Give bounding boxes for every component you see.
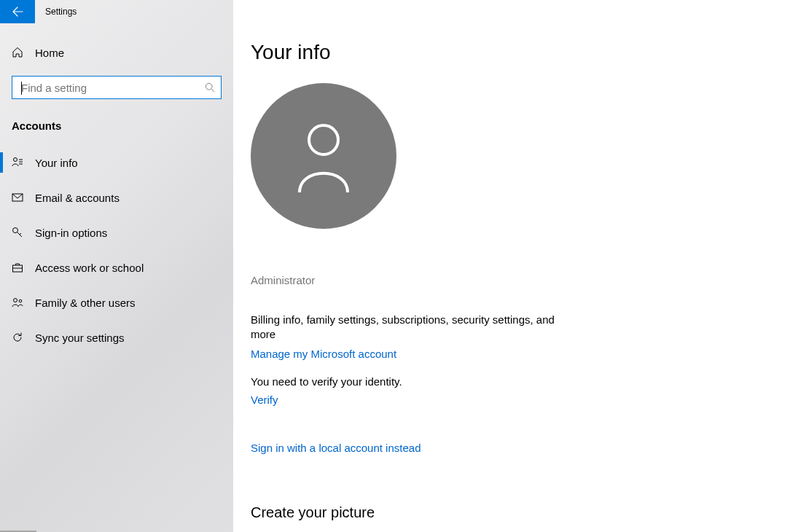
back-button[interactable] <box>0 0 35 23</box>
manage-account-link[interactable]: Manage my Microsoft account <box>251 348 396 360</box>
svg-point-12 <box>14 299 17 302</box>
create-picture-heading: Create your picture <box>251 504 798 521</box>
sidebar-item-family-other-users[interactable]: Family & other users <box>0 285 233 320</box>
sidebar-item-label: Your info <box>23 157 78 169</box>
search-container <box>0 70 233 99</box>
titlebar: Settings <box>0 0 233 23</box>
briefcase-icon <box>12 262 23 273</box>
arrow-left-icon <box>12 6 23 17</box>
titlebar-label: Settings <box>35 7 77 17</box>
search-icon <box>205 82 215 93</box>
sidebar: Settings Home Accounts Your info <box>0 0 233 532</box>
search-box[interactable] <box>12 76 222 99</box>
billing-block: Billing info, family settings, subscript… <box>251 313 571 361</box>
search-input[interactable] <box>21 82 205 94</box>
home-icon <box>12 47 23 58</box>
svg-point-7 <box>13 228 18 233</box>
sidebar-item-sync-settings[interactable]: Sync your settings <box>0 320 233 355</box>
mail-icon <box>12 192 23 203</box>
verify-link[interactable]: Verify <box>251 394 278 406</box>
sidebar-item-label: Access work or school <box>23 262 144 274</box>
people-icon <box>12 297 23 308</box>
avatar <box>251 83 396 229</box>
sidebar-item-home[interactable]: Home <box>0 35 233 70</box>
main-content: Your info Administrator Billing info, fa… <box>233 0 798 532</box>
user-role: Administrator <box>251 274 798 286</box>
sidebar-item-label: Email & accounts <box>23 192 120 204</box>
signin-local-link[interactable]: Sign in with a local account instead <box>251 442 420 454</box>
svg-point-14 <box>309 125 338 154</box>
verify-description: You need to verify your identity. <box>251 375 798 388</box>
sync-icon <box>12 332 23 343</box>
sidebar-item-your-info[interactable]: Your info <box>0 145 233 180</box>
sidebar-item-label: Sync your settings <box>23 332 125 344</box>
sidebar-item-label: Home <box>23 47 64 59</box>
nav-list: Your info Email & accounts Sign-in optio… <box>0 145 233 355</box>
section-header-accounts: Accounts <box>0 99 233 138</box>
text-cursor <box>21 82 22 95</box>
key-icon <box>12 227 23 238</box>
page-title: Your info <box>251 41 798 64</box>
sidebar-item-label: Sign-in options <box>23 227 107 239</box>
svg-line-9 <box>20 233 21 235</box>
sidebar-item-label: Family & other users <box>23 297 136 309</box>
sidebar-item-access-work-school[interactable]: Access work or school <box>0 250 233 285</box>
sidebar-item-email-accounts[interactable]: Email & accounts <box>0 180 233 215</box>
sidebar-item-signin-options[interactable]: Sign-in options <box>0 215 233 250</box>
svg-point-0 <box>206 83 212 90</box>
person-icon <box>291 120 356 192</box>
billing-description: Billing info, family settings, subscript… <box>251 313 571 342</box>
svg-point-13 <box>19 300 22 302</box>
svg-point-2 <box>14 158 17 162</box>
person-list-icon <box>12 157 23 168</box>
svg-line-1 <box>211 89 214 92</box>
verify-block: You need to verify your identity. Verify <box>251 375 798 407</box>
